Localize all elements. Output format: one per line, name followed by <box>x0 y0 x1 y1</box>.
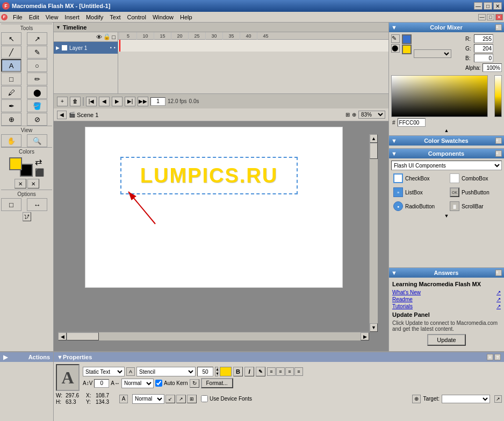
stroke-icon[interactable]: ✎ <box>391 34 400 43</box>
components-dropdown[interactable]: Flash UI Components <box>391 161 502 170</box>
sub-script-btn[interactable]: ↙ <box>165 395 175 403</box>
kern-icon[interactable]: ↻ <box>190 379 199 388</box>
paint-bucket[interactable]: 🪣 <box>27 99 47 112</box>
layer-1[interactable]: ▶ Layer 1 • • <box>54 42 118 54</box>
line-tool[interactable]: ╱ <box>1 46 21 59</box>
device-fonts-checkbox[interactable] <box>201 395 208 402</box>
color-swatches-header[interactable]: ▼ Color Swatches ≡ <box>389 136 504 146</box>
scroll-up-btn[interactable]: ▲ <box>370 134 378 143</box>
no-color-fill[interactable]: ✕ <box>27 179 39 188</box>
alpha-input[interactable] <box>483 63 502 72</box>
new-layer-btn[interactable]: + <box>57 97 68 106</box>
text-direction-icon[interactable]: A <box>126 367 135 376</box>
inner-close[interactable]: ✕ <box>495 14 503 20</box>
option1[interactable]: □ <box>1 198 21 211</box>
expand-arrow[interactable]: ▲ <box>444 128 449 133</box>
stage-canvas[interactable]: LUMPICS.RU <box>85 127 343 288</box>
comp-radiobutton[interactable]: ● RadioButton <box>391 200 445 212</box>
comp-scrollbar[interactable]: ▓ ScrollBar <box>448 200 502 212</box>
option2[interactable]: ↔ <box>27 198 47 211</box>
link-readme[interactable]: Readme ↗ <box>392 296 501 302</box>
comp-down-arrow[interactable]: ▼ <box>444 213 449 219</box>
oval-tool[interactable]: ○ <box>27 59 47 72</box>
scroll-down-btn[interactable]: ▼ <box>370 323 378 332</box>
title-controls[interactable]: — □ ✕ <box>474 2 502 10</box>
h-scrollbar[interactable]: ◀ ▶ <box>58 332 369 340</box>
align-justify-btn[interactable]: ≡ <box>294 367 303 376</box>
play-btn[interactable]: ▶ <box>112 97 123 106</box>
subselect-tool[interactable]: ↗ <box>27 32 47 45</box>
lasso-tool[interactable]: ✎ <box>27 46 47 59</box>
font-size-input[interactable] <box>197 367 213 376</box>
v-scrollbar[interactable]: ▲ ▼ <box>369 134 378 332</box>
color-gradient-area[interactable] <box>391 75 502 117</box>
v-scroll-thumb[interactable] <box>370 143 378 159</box>
props-help-btn[interactable]: ? <box>494 354 501 360</box>
g-input[interactable] <box>474 44 493 53</box>
format-btn[interactable]: Format... <box>201 378 233 388</box>
super-script-btn[interactable]: ↗ <box>176 395 186 403</box>
align-right-btn[interactable]: ≡ <box>285 367 294 376</box>
minimize-button[interactable]: — <box>474 2 483 10</box>
brush-tool[interactable]: 🖊 <box>1 86 21 99</box>
text-style-select[interactable]: Normal <box>132 394 164 404</box>
hex-input[interactable] <box>398 118 426 127</box>
menu-file[interactable]: File <box>10 13 26 21</box>
inner-minimize[interactable]: — <box>478 14 486 20</box>
first-frame-btn[interactable]: |◀ <box>86 97 97 106</box>
menu-view[interactable]: View <box>42 13 62 21</box>
link-tutorials[interactable]: Tutorials ↗ <box>392 303 501 309</box>
edit-format-btn[interactable]: ✎ <box>256 367 265 376</box>
menu-control[interactable]: Control <box>124 13 149 21</box>
embeds-btn[interactable]: A <box>119 395 128 403</box>
menu-edit[interactable]: Edit <box>26 13 42 21</box>
text-format-btn[interactable]: ⊞ <box>187 395 197 403</box>
comp-pushbutton[interactable]: OK PushButton <box>448 186 502 198</box>
font-select[interactable]: Stencil <box>136 367 196 376</box>
default-colors[interactable]: ⬛ <box>35 168 44 177</box>
menu-modify[interactable]: Modify <box>83 13 106 21</box>
props-menu-btn[interactable]: ≡ <box>487 354 493 360</box>
next-frame-btn[interactable]: ▶| <box>125 97 135 106</box>
hand-tool[interactable]: ✋ <box>1 134 21 147</box>
update-button[interactable]: Update <box>427 334 465 346</box>
rect-tool[interactable]: □ <box>1 72 21 85</box>
fill-tool[interactable]: ⬤ <box>27 86 47 99</box>
menu-text[interactable]: Text <box>106 13 124 21</box>
zoom-select[interactable]: 83% 100% 50% <box>358 111 385 119</box>
snap-option[interactable]: ⤵↗ <box>23 212 31 221</box>
align-center-btn[interactable]: ≡ <box>276 367 285 376</box>
pencil-tool[interactable]: ✏ <box>27 72 47 85</box>
no-color-stroke[interactable]: ✕ <box>15 179 26 188</box>
back-btn[interactable]: ◀ <box>57 111 67 119</box>
r-input[interactable] <box>474 34 493 43</box>
brightness-strip[interactable] <box>494 75 502 117</box>
swap-colors[interactable]: ⇄ <box>35 157 44 167</box>
fill-color[interactable] <box>9 157 22 170</box>
zoom-tool[interactable]: 🔍 <box>27 134 47 147</box>
font-color-btn[interactable] <box>220 367 232 376</box>
b-input[interactable] <box>474 54 493 62</box>
italic-btn[interactable]: I <box>244 367 254 376</box>
ink-tool[interactable]: ✒ <box>1 99 21 112</box>
answers-menu-btn[interactable]: ≡ <box>495 270 502 276</box>
target-select[interactable] <box>442 395 490 403</box>
comp-listbox[interactable]: ≡ ListBox <box>391 186 445 198</box>
h-scroll-track[interactable] <box>67 332 361 340</box>
props-expand-btn[interactable]: ↗ <box>494 395 502 403</box>
panel-menu-btn[interactable]: ≡ <box>495 24 502 31</box>
eraser[interactable]: ⊘ <box>27 113 47 126</box>
text-tool[interactable]: A <box>1 59 21 72</box>
color-fill-swatch[interactable] <box>402 45 412 54</box>
select-tool[interactable]: ↖ <box>1 32 21 45</box>
close-button[interactable]: ✕ <box>493 2 502 10</box>
menu-help[interactable]: Help <box>177 13 196 21</box>
tracking-input[interactable] <box>94 379 109 388</box>
saturation-gradient[interactable] <box>391 75 488 117</box>
last-frame-btn[interactable]: ▶▶ <box>138 97 148 106</box>
zoom-icon[interactable]: ⊕ <box>352 112 356 118</box>
font-size-spinner[interactable]: ▲ ▼ <box>215 367 218 376</box>
menu-insert[interactable]: Insert <box>61 13 83 21</box>
auto-kern-checkbox[interactable] <box>155 380 162 387</box>
delete-layer-btn[interactable]: 🗑 <box>70 97 81 106</box>
